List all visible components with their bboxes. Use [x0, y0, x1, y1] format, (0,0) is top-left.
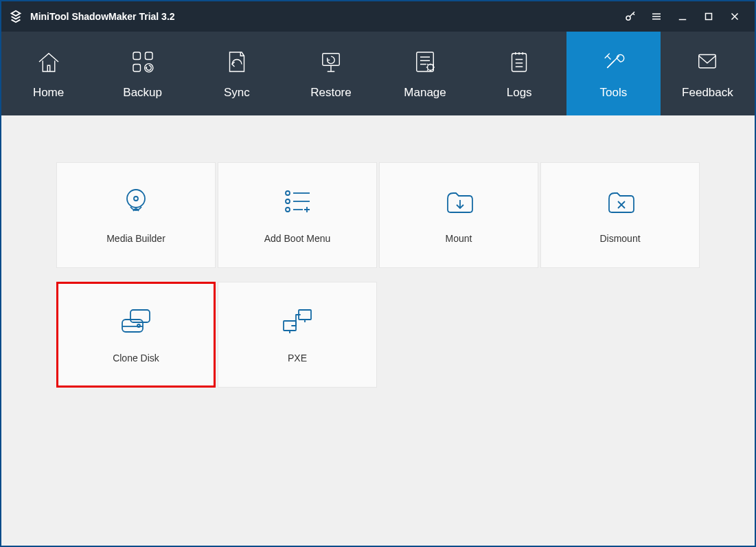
close-button[interactable] [722, 1, 748, 32]
tool-mount[interactable]: Mount [379, 162, 538, 268]
tool-dismount[interactable]: Dismount [540, 162, 700, 268]
tool-label: Media Builder [106, 233, 165, 244]
key-icon[interactable] [617, 1, 643, 32]
tab-label: Home [33, 86, 64, 100]
tools-grid: Media Builder Add Boot Menu Mount Dismou… [56, 162, 700, 388]
svg-rect-10 [699, 55, 716, 68]
svg-rect-3 [145, 52, 152, 60]
svg-rect-7 [417, 52, 434, 71]
tab-label: Logs [507, 86, 532, 100]
app-window: MiniTool ShadowMaker Trial 3.2 Home Back… [1, 1, 755, 546]
tab-restore[interactable]: Restore [284, 32, 378, 115]
svg-rect-1 [706, 14, 712, 20]
maximize-button[interactable] [696, 1, 722, 32]
titlebar: MiniTool ShadowMaker Trial 3.2 [1, 1, 755, 32]
tab-label: Tools [599, 86, 627, 100]
svg-point-0 [626, 16, 630, 20]
main-nav: Home Backup Sync Restore Manage Logs Too… [1, 32, 755, 115]
tab-label: Restore [310, 86, 352, 100]
tab-manage[interactable]: Manage [378, 32, 472, 115]
menu-icon[interactable] [643, 1, 669, 32]
svg-point-14 [286, 199, 290, 203]
svg-rect-4 [133, 65, 141, 72]
tools-panel: Media Builder Add Boot Menu Mount Dismou… [1, 115, 755, 546]
tab-backup[interactable]: Backup [95, 32, 190, 115]
svg-point-11 [127, 190, 145, 208]
tool-label: Dismount [599, 233, 640, 244]
tab-feedback[interactable]: Feedback [661, 32, 755, 115]
svg-rect-9 [512, 54, 527, 71]
svg-rect-16 [130, 310, 150, 322]
tool-label: PXE [288, 353, 307, 364]
tool-label: Clone Disk [113, 353, 159, 364]
tab-tools[interactable]: Tools [566, 32, 661, 115]
tool-pxe[interactable]: PXE [218, 282, 377, 388]
tab-label: Sync [224, 86, 250, 100]
minimize-button[interactable] [669, 1, 696, 32]
tab-home[interactable]: Home [1, 32, 95, 115]
app-title: MiniTool ShadowMaker Trial 3.2 [30, 11, 175, 22]
tool-label: Add Boot Menu [264, 233, 331, 244]
svg-point-15 [286, 208, 290, 212]
tool-media-builder[interactable]: Media Builder [56, 162, 216, 268]
tab-label: Feedback [682, 86, 733, 100]
tool-label: Mount [446, 233, 472, 244]
svg-rect-2 [133, 52, 141, 60]
tab-logs[interactable]: Logs [472, 32, 566, 115]
svg-point-13 [286, 191, 290, 195]
tab-sync[interactable]: Sync [190, 32, 284, 115]
tab-label: Manage [404, 86, 446, 100]
app-logo-icon [8, 9, 23, 24]
tool-add-boot-menu[interactable]: Add Boot Menu [218, 162, 377, 268]
tab-label: Backup [123, 86, 162, 100]
tool-clone-disk[interactable]: Clone Disk [56, 282, 216, 388]
svg-point-12 [134, 197, 138, 201]
